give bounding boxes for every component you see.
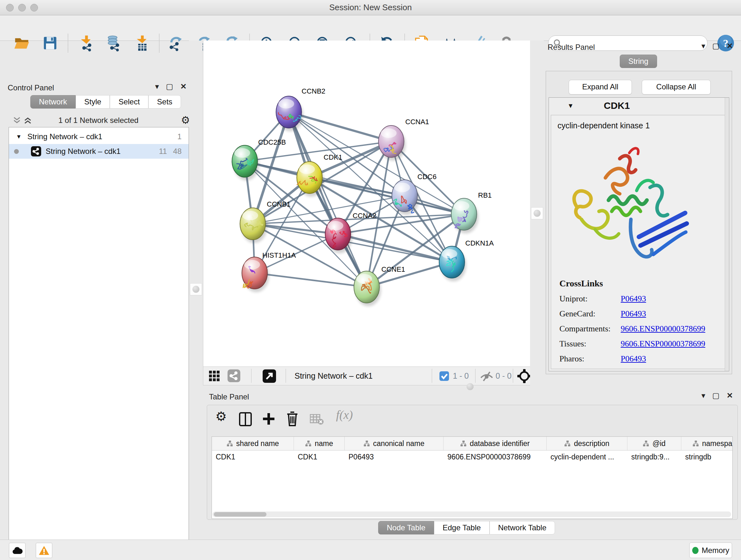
panel-float-icon[interactable]: ▢ [712,42,720,51]
warnings-button[interactable] [36,543,52,558]
panel-close-icon[interactable]: ✕ [180,82,187,91]
column-header-id[interactable]: @id [627,437,681,450]
crosslink-link[interactable]: P06493 [621,354,646,364]
memory-button[interactable]: Memory [689,543,732,558]
edge-HIST1H1A-CCNE1[interactable] [255,273,367,287]
tab-network[interactable]: Network [30,95,76,109]
panel-dropdown-icon[interactable]: ▾ [155,82,159,91]
selected-checkbox-icon[interactable] [440,371,449,381]
crosslink-row: Compartments:9606.ENSP00000378699 [559,324,727,334]
add-column-icon[interactable] [262,412,275,426]
table-panel-window-buttons: ▾ ▢ ✕ [701,391,733,400]
tree-expander-icon[interactable]: ▼ [16,133,22,140]
gene-details: cyclin-dependent kinase 1 [551,115,727,369]
column-type-icon [363,440,370,447]
tab-style[interactable]: Style [76,95,110,109]
right-splitter[interactable] [530,41,544,389]
table-row[interactable]: CDK1CDK1P064939606.ENSP00000378699cyclin… [212,450,732,463]
column-header-database-identifier[interactable]: database identifier [444,437,547,450]
table-cell[interactable]: cyclin-dependent ... [547,453,627,461]
panel-float-icon[interactable]: ▢ [712,391,720,400]
tab-network-table[interactable]: Network Table [489,521,555,535]
crosslink-row: GeneCard:P06493 [559,309,727,319]
node-label-CCNE1: CCNE1 [381,265,405,273]
column-header-name[interactable]: name [294,437,345,450]
table-rows: CDK1CDK1P064939606.ENSP00000378699cyclin… [212,450,732,463]
table-cell[interactable]: CDK1 [294,453,345,461]
main-toolbar: ? [0,15,741,41]
node-label-CCNA2: CCNA2 [353,212,377,220]
tab-string[interactable]: String [620,55,657,68]
network-canvas[interactable]: CCNB2CCNA1CDC25BCDK1CDC6RB1CCNB1CCNA2CDK… [203,41,530,367]
table-cell[interactable]: CDK1 [212,453,294,461]
crosslink-link[interactable]: 9606.ENSP00000378699 [621,324,705,334]
node-CCNE1[interactable] [354,271,381,306]
node-CCNB2[interactable] [276,96,303,131]
crosslink-link[interactable]: 9606.ENSP00000378699 [621,339,705,349]
node-CDKN1A[interactable] [439,246,466,281]
column-header-description[interactable]: description [547,437,627,450]
node-count: 11 [159,147,167,156]
network-row-selected[interactable]: String Network – cdk1 11 48 [9,144,189,159]
node-label-CCNB2: CCNB2 [301,87,326,95]
cloud-status-button[interactable] [9,543,25,558]
warning-icon [39,545,50,556]
edge-count: 48 [173,147,182,156]
panel-dropdown-icon[interactable]: ▾ [701,391,705,400]
collapse-all-button[interactable]: Collapse All [642,80,711,95]
table-cell[interactable]: stringdb [681,453,733,461]
window-title: Session: New Session [0,0,741,15]
status-bar: Memory [0,540,741,560]
tab-edge-table[interactable]: Edge Table [434,521,489,535]
crosslink-label: Compartments: [559,324,621,334]
network-collection-row[interactable]: ▼ String Network – cdk1 1 [9,129,189,144]
splitter-handle[interactable] [531,207,543,219]
edge-CCNB2-CCNE1[interactable] [289,112,367,287]
node-RB1[interactable] [451,198,478,233]
column-header-shared-name[interactable]: shared name [212,437,294,450]
expand-all-button[interactable]: Expand All [569,80,632,95]
table-horizontal-scrollbar[interactable] [212,511,731,517]
panel-close-icon[interactable]: ✕ [727,42,733,51]
section-expander-icon[interactable]: ▼ [567,102,574,110]
table-cell[interactable]: P06493 [345,453,444,461]
column-type-icon [643,440,649,447]
memory-status-dot [692,547,698,554]
cloud-icon [12,546,23,555]
panel-float-icon[interactable]: ▢ [166,82,173,91]
splitter-handle[interactable] [190,283,202,295]
results-scrollbar[interactable] [725,98,728,371]
open-in-new-window-icon[interactable] [263,369,276,383]
tab-node-table[interactable]: Node Table [378,521,434,535]
netbar-separator [251,369,252,383]
table-settings-gear-icon[interactable]: ⚙ [215,409,227,424]
grid-view-icon[interactable] [208,370,220,382]
panel-dropdown-icon[interactable]: ▾ [701,42,705,51]
crosslink-link[interactable]: P06493 [621,294,646,304]
function-builder-icon-disabled: f(x) [336,408,353,422]
node-CCNB1[interactable] [240,208,267,243]
node-label-CDC6: CDC6 [417,173,436,181]
node-HIST1H1A[interactable] [242,257,269,292]
crosslink-link[interactable]: P06493 [621,309,646,319]
table-cell[interactable]: stringdb:9... [627,453,681,461]
panel-close-icon[interactable]: ✕ [727,391,733,400]
show-columns-icon[interactable] [239,412,252,426]
table-cell[interactable]: 9606.ENSP00000378699 [444,453,547,461]
string-network-icon [31,146,41,157]
column-type-icon [460,440,467,447]
crosslink-row: Tissues:9606.ENSP00000378699 [559,339,727,349]
tab-sets[interactable]: Sets [148,95,181,109]
navigator-crosshair-icon[interactable] [517,369,531,383]
table-panel-title: Table Panel [209,392,249,401]
network-status-dot [14,149,19,154]
network-view-icon[interactable] [227,369,240,382]
tab-select[interactable]: Select [110,95,148,109]
node-CDC6[interactable] [392,180,419,215]
left-splitter[interactable] [189,41,203,540]
scrollbar-thumb[interactable] [214,512,266,516]
control-panel-tabs: NetworkStyleSelectSets [30,95,181,109]
delete-column-icon[interactable] [286,412,298,426]
column-header-canonical-name[interactable]: canonical name [345,437,444,450]
column-header-namespace[interactable]: namespace [681,437,733,450]
